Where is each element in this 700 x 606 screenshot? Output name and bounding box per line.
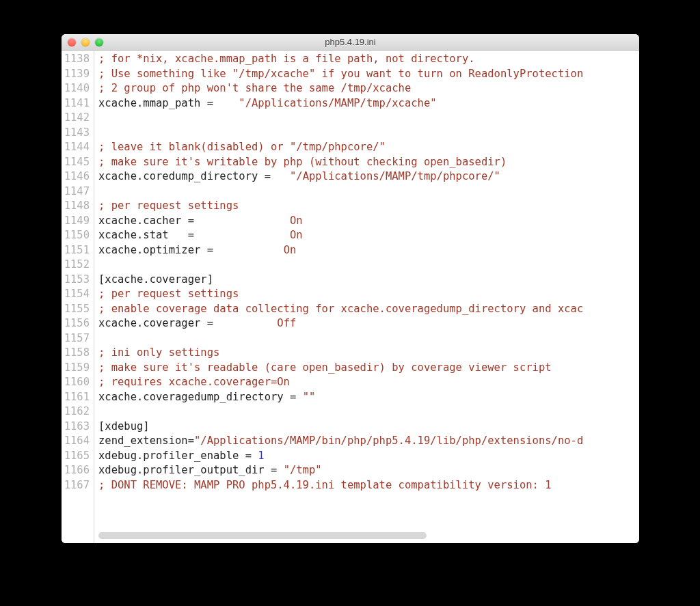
line-number: 1148 xyxy=(62,199,90,214)
code-line[interactable]: ; requires xcache.coverager=On xyxy=(98,375,639,390)
code-line[interactable] xyxy=(98,111,639,126)
line-number: 1146 xyxy=(62,169,90,184)
code-line[interactable]: [xcache.coverager] xyxy=(98,273,639,288)
code-line[interactable]: xdebug.profiler_enable = 1 xyxy=(98,449,639,464)
line-number: 1155 xyxy=(62,302,90,317)
line-number: 1154 xyxy=(62,287,90,302)
code-line[interactable]: ; leave it blank(disabled) or "/tmp/phpc… xyxy=(98,140,639,155)
line-number: 1156 xyxy=(62,316,90,331)
code-line[interactable]: ; per request settings xyxy=(98,287,639,302)
line-number: 1159 xyxy=(62,361,90,376)
editor-window: php5.4.19.ini 11381139114011411142114311… xyxy=(62,34,639,543)
line-number: 1151 xyxy=(62,243,90,258)
line-number: 1143 xyxy=(62,126,90,141)
code-line[interactable]: ; make sure it's writable by php (withou… xyxy=(98,155,639,170)
code-line[interactable]: ; per request settings xyxy=(98,199,639,214)
code-line[interactable]: ; 2 group of php won't share the same /t… xyxy=(98,81,639,96)
code-editor[interactable]: 1138113911401141114211431144114511461147… xyxy=(62,51,639,543)
code-line[interactable]: [xdebug] xyxy=(98,419,639,435)
code-line[interactable]: ; make sure it's readable (care open_bas… xyxy=(98,361,639,376)
code-line[interactable] xyxy=(98,404,639,419)
titlebar[interactable]: php5.4.19.ini xyxy=(62,34,639,51)
code-line[interactable]: zend_extension="/Applications/MAMP/bin/p… xyxy=(98,434,639,449)
line-number: 1140 xyxy=(62,81,90,96)
code-line[interactable]: xcache.coverager = Off xyxy=(98,316,639,331)
line-number: 1153 xyxy=(62,273,90,288)
line-number: 1165 xyxy=(62,449,90,464)
code-line[interactable]: xcache.mmap_path = "/Applications/MAMP/t… xyxy=(98,96,639,111)
line-number: 1142 xyxy=(62,111,90,126)
line-number: 1166 xyxy=(62,463,90,478)
code-line[interactable] xyxy=(98,258,639,273)
line-number: 1144 xyxy=(62,140,90,155)
code-line[interactable]: ; Use something like "/tmp/xcache" if yo… xyxy=(98,67,639,82)
window-title: php5.4.19.ini xyxy=(62,37,639,47)
line-number: 1139 xyxy=(62,67,90,82)
code-line[interactable]: xcache.stat = On xyxy=(98,228,639,243)
code-content[interactable]: ; for *nix, xcache.mmap_path is a file p… xyxy=(94,51,639,543)
code-line[interactable]: ; enable coverage data collecting for xc… xyxy=(98,302,639,317)
window-controls xyxy=(62,38,103,46)
line-number: 1162 xyxy=(62,404,90,419)
zoom-icon[interactable] xyxy=(95,38,103,46)
close-icon[interactable] xyxy=(68,38,76,46)
code-line[interactable]: ; ini only settings xyxy=(98,346,639,361)
minimize-icon[interactable] xyxy=(81,38,90,46)
code-line[interactable]: xcache.coredump_directory = "/Applicatio… xyxy=(98,169,639,184)
line-number: 1145 xyxy=(62,155,90,170)
code-line[interactable]: xdebug.profiler_output_dir = "/tmp" xyxy=(98,463,639,478)
code-line[interactable]: xcache.cacher = On xyxy=(98,214,639,229)
line-number: 1138 xyxy=(62,52,90,67)
line-number-gutter: 1138113911401141114211431144114511461147… xyxy=(62,51,94,543)
line-number: 1164 xyxy=(62,434,90,449)
code-line[interactable] xyxy=(98,331,639,346)
line-number: 1149 xyxy=(62,214,90,229)
code-line[interactable]: xcache.coveragedump_directory = "" xyxy=(98,390,639,405)
line-number: 1167 xyxy=(62,478,90,493)
code-line[interactable]: ; for *nix, xcache.mmap_path is a file p… xyxy=(98,52,639,67)
code-line[interactable] xyxy=(98,126,639,141)
code-line[interactable]: ; DONT REMOVE: MAMP PRO php5.4.19.ini te… xyxy=(98,478,639,493)
line-number: 1161 xyxy=(62,390,90,405)
line-number: 1147 xyxy=(62,184,90,199)
horizontal-scrollbar[interactable] xyxy=(98,532,427,539)
line-number: 1163 xyxy=(62,419,90,435)
line-number: 1160 xyxy=(62,375,90,390)
code-line[interactable]: xcache.optimizer = On xyxy=(98,243,639,258)
line-number: 1141 xyxy=(62,96,90,111)
code-line[interactable] xyxy=(98,184,639,199)
line-number: 1158 xyxy=(62,346,90,361)
line-number: 1152 xyxy=(62,258,90,273)
line-number: 1157 xyxy=(62,331,90,346)
line-number: 1150 xyxy=(62,228,90,243)
